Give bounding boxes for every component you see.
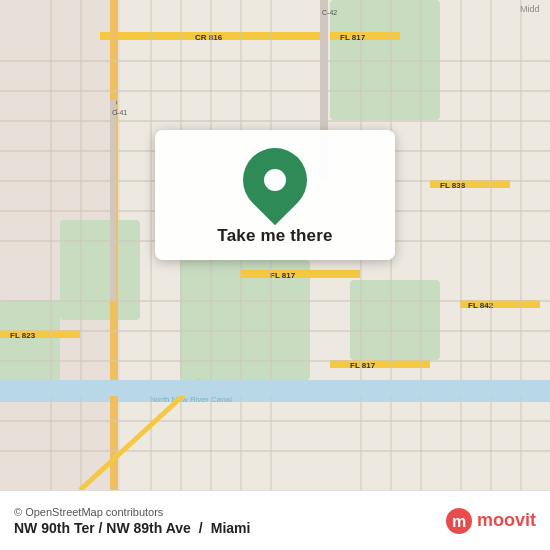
moovit-text: moovit [477, 510, 536, 531]
svg-text:FL 817: FL 817 [270, 271, 296, 280]
attribution-text: © OpenStreetMap contributors [14, 506, 250, 518]
svg-text:FL 823: FL 823 [10, 331, 36, 340]
svg-text:Midd: Midd [520, 4, 540, 14]
svg-rect-28 [110, 100, 116, 300]
svg-rect-44 [150, 0, 152, 490]
city-text: Miami [211, 520, 251, 536]
svg-rect-52 [460, 0, 462, 490]
map-container: North New River Canal CR 816 FL 817 FL 8… [0, 0, 550, 490]
svg-rect-43 [80, 0, 82, 490]
bottom-left-section: © OpenStreetMap contributors NW 90th Ter… [14, 506, 250, 536]
svg-text:CR 816: CR 816 [195, 33, 223, 42]
svg-text:C-41: C-41 [112, 109, 127, 116]
map-pin-icon [230, 135, 321, 226]
svg-rect-6 [60, 220, 140, 320]
svg-rect-40 [0, 420, 550, 422]
svg-text:C-42: C-42 [322, 9, 337, 16]
svg-rect-56 [0, 380, 550, 396]
pin-inner-circle [264, 169, 286, 191]
location-label: NW 90th Ter / NW 89th Ave / Miami [14, 520, 250, 536]
svg-rect-39 [0, 360, 550, 362]
svg-rect-41 [0, 450, 550, 452]
svg-text:m: m [452, 513, 466, 530]
svg-text:FL 842: FL 842 [468, 301, 494, 310]
svg-text:North New River Canal: North New River Canal [150, 395, 232, 404]
svg-rect-32 [0, 120, 550, 122]
svg-rect-30 [0, 60, 550, 62]
svg-rect-14 [240, 270, 360, 278]
moovit-logo: m moovit [445, 507, 536, 535]
svg-rect-38 [0, 330, 550, 332]
action-card: Take me there [155, 130, 395, 260]
svg-rect-31 [0, 90, 550, 92]
bottom-bar: © OpenStreetMap contributors NW 90th Ter… [0, 490, 550, 550]
svg-rect-42 [50, 0, 52, 490]
location-name-text: NW 90th Ter / NW 89th Ave [14, 520, 191, 536]
svg-text:FL 817: FL 817 [350, 361, 376, 370]
city-separator: / [199, 520, 203, 536]
moovit-logo-icon: m [445, 507, 473, 535]
svg-rect-51 [420, 0, 422, 490]
svg-rect-54 [520, 0, 522, 490]
svg-rect-4 [350, 280, 440, 360]
take-me-there-button[interactable]: Take me there [217, 226, 332, 246]
svg-rect-37 [0, 300, 550, 302]
svg-rect-53 [490, 0, 492, 490]
